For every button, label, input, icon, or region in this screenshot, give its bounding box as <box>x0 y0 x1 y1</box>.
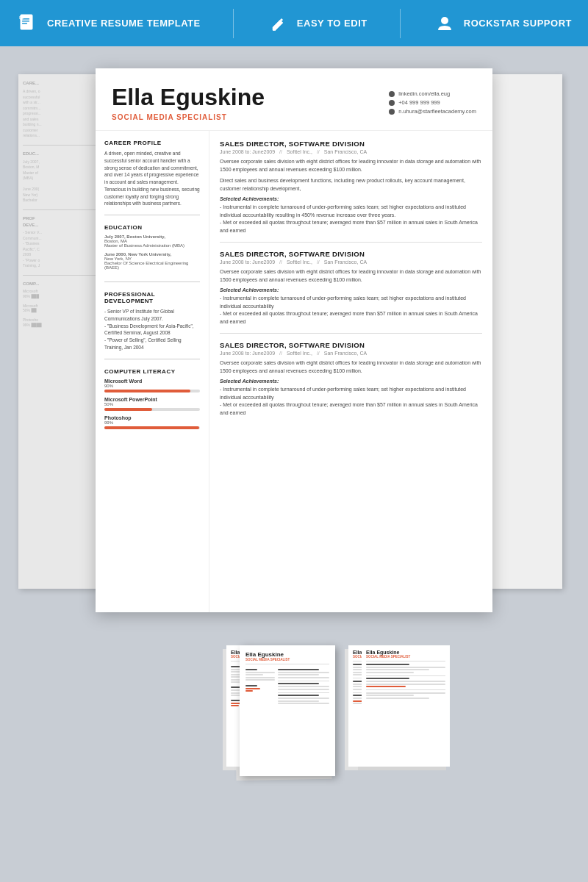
email-text: n.uhura@starfleetacademy.com <box>398 108 476 115</box>
career-profile-text: A driven, open minded, creative and succ… <box>104 150 200 207</box>
job-section-3: SALES DIRECTOR, SOFTWARE DIVISION June 2… <box>220 341 482 424</box>
banner-label-1: CREATIVE RESUME TEMPLATE <box>47 18 201 29</box>
thumb-2: Ella Eguskine SOCIAL MEDIA SPECIALIST <box>240 645 335 776</box>
email-icon <box>389 109 395 115</box>
education-title: EDUCATION <box>104 224 200 231</box>
job1-title: SALES DIRECTOR, SOFTWARE DIVISION <box>220 140 482 148</box>
banner-label-2: EASY TO EDIT <box>297 18 368 29</box>
resume-header: Ella Eguskine SOCIAL MEDIA SPECIALIST li… <box>96 68 492 131</box>
resume-name: Ella Eguskine <box>112 85 265 110</box>
skill-ppt-bar-bg <box>104 408 200 411</box>
job-section-1: SALES DIRECTOR, SOFTWARE DIVISION June 2… <box>220 140 482 243</box>
skill-photoshop-bar-fill <box>104 426 199 429</box>
job3-ach-text: - Instrumental in complete turnaround of… <box>220 386 482 417</box>
comp-literacy-title: COMPUTER LITERACY <box>104 368 200 375</box>
job1-desc1: Oversee corporate sales division with ei… <box>220 158 482 173</box>
banner-item-1: CREATIVE RESUME TEMPLATE <box>16 12 201 35</box>
skill-word-bar-fill <box>104 390 190 392</box>
job2-location: San Francisco, CA <box>324 259 367 265</box>
svg-point-5 <box>441 17 448 24</box>
job3-title: SALES DIRECTOR, SOFTWARE DIVISION <box>220 341 482 349</box>
resume-right-column: SALES DIRECTOR, SOFTWARE DIVISION June 2… <box>209 131 492 612</box>
job-section-2: SALES DIRECTOR, SOFTWARE DIVISION June 2… <box>220 250 482 334</box>
job2-date: June 2008 to: June2009 <box>220 259 275 265</box>
resume-title: SOCIAL MEDIA SPECIALIST <box>112 113 265 121</box>
edu-degree-2: Bachelor Of Science Electrical Engineeri… <box>104 261 200 270</box>
preview-thumbnails: Ella Eguskine SOCIAL MEDIA SPECIALIST <box>212 645 376 776</box>
contact-linkedin: linkedin.com/ella.eug <box>389 90 476 97</box>
support-icon <box>433 12 456 35</box>
skill-ppt: Microsoft PowerPoint 50% <box>104 397 200 411</box>
prof-dev-text: - Senior VP of Institute for Global Comm… <box>104 308 200 351</box>
job3-company: Softtel Inc., <box>287 351 312 356</box>
banner-divider-2 <box>400 9 401 38</box>
contact-phone: +04 999 999 999 <box>389 99 476 106</box>
skill-photoshop-name: Photoshop <box>104 415 200 420</box>
job3-meta: June 2008 to: June2009 // Softtel Inc., … <box>220 351 482 356</box>
resume-contact: linkedin.com/ella.eug +04 999 999 999 n.… <box>389 90 476 115</box>
prof-dev-title: PROFESSIONAL DEVELOPMENT <box>104 291 200 304</box>
phone-icon <box>389 100 395 106</box>
job1-meta: June 2008 to: June2009 // Softtel Inc., … <box>220 149 482 154</box>
edu-entry-2: June 2000, New York University, New York… <box>104 252 200 270</box>
resume-left-column: CAREER PROFILE A driven, open minded, cr… <box>96 131 209 612</box>
banner-divider-1 <box>233 9 234 38</box>
skill-ppt-bar-fill <box>104 408 152 411</box>
skill-ppt-name: Microsoft PowerPoint <box>104 397 200 402</box>
job1-date: June 2008 to: June2009 <box>220 149 275 154</box>
contact-email: n.uhura@starfleetacademy.com <box>389 108 476 115</box>
banner-label-3: ROCKSTAR SUPPORT <box>464 18 572 29</box>
career-profile-title: CAREER PROFILE <box>104 140 200 146</box>
banner-item-2: EASY TO EDIT <box>266 12 368 35</box>
skill-photoshop-pct: 99% <box>104 420 200 425</box>
banner-item-3: ROCKSTAR SUPPORT <box>433 12 572 35</box>
comp-literacy-section: COMPUTER LITERACY Microsoft Word 90% Mic… <box>104 368 200 441</box>
education-section: EDUCATION July 2007, Boston University, … <box>104 224 200 282</box>
top-banner: CREATIVE RESUME TEMPLATE EASY TO EDIT RO… <box>0 0 588 46</box>
main-area: CARE... A driven, osuccessfulwith a str.… <box>0 46 588 882</box>
job1-location: San Francisco, CA <box>324 149 367 154</box>
skill-word-name: Microsoft Word <box>104 379 200 384</box>
edu-entry-1: July 2007, Boston University, Boston, MA… <box>104 234 200 248</box>
job1-desc2: Direct sales and business development fu… <box>220 177 482 193</box>
job2-title: SALES DIRECTOR, SOFTWARE DIVISION <box>220 250 482 258</box>
job3-date: June 2008 to: June2009 <box>220 351 275 356</box>
prof-dev-section: PROFESSIONAL DEVELOPMENT - Senior VP of … <box>104 291 200 359</box>
document-icon <box>16 12 40 35</box>
resume-body: CAREER PROFILE A driven, open minded, cr… <box>96 131 492 612</box>
skill-word: Microsoft Word 90% <box>104 379 200 392</box>
svg-rect-3 <box>22 23 27 24</box>
skill-word-pct: 90% <box>104 384 200 388</box>
job3-desc1: Oversee corporate sales division with ei… <box>220 359 482 375</box>
resume-name-section: Ella Eguskine SOCIAL MEDIA SPECIALIST <box>112 85 265 121</box>
svg-rect-2 <box>22 21 29 22</box>
thumb-4-content: Ella Eguskine SOCIAL MEDIA SPECIALIST <box>362 645 450 767</box>
job2-meta: June 2008 to: June2009 // Softtel Inc., … <box>220 259 482 265</box>
job2-desc1: Oversee corporate sales division with ei… <box>220 268 482 284</box>
job3-ach-title: Selected Achievements: <box>220 379 482 384</box>
linkedin-text: linkedin.com/ella.eug <box>398 90 450 97</box>
job1-company: Softtel Inc., <box>287 149 312 154</box>
svg-rect-0 <box>21 15 32 29</box>
skill-ppt-pct: 50% <box>104 402 200 406</box>
job2-company: Softtel Inc., <box>287 259 312 265</box>
resume-page: Ella Eguskine SOCIAL MEDIA SPECIALIST li… <box>96 68 492 612</box>
job3-location: San Francisco, CA <box>324 351 367 356</box>
phone-text: +04 999 999 999 <box>398 99 440 106</box>
job1-ach-title: Selected Achievements: <box>220 196 482 201</box>
skill-photoshop-bar-bg <box>104 426 200 429</box>
job2-ach-text: - Instrumental in complete turnaround of… <box>220 295 482 326</box>
skill-word-bar-bg <box>104 390 200 392</box>
career-profile-section: CAREER PROFILE A driven, open minded, cr… <box>104 140 200 215</box>
resume-stack: CARE... A driven, osuccessfulwith a str.… <box>44 68 544 627</box>
linkedin-icon <box>389 91 395 97</box>
thumb-4-front: Ella Eguskine SOCIAL MEDIA SPECIALIST <box>362 645 450 767</box>
skill-photoshop: Photoshop 99% <box>104 415 200 429</box>
edu-degree-1: Master of Business Administration (MBA) <box>104 243 200 248</box>
job2-ach-title: Selected Achievements: <box>220 287 482 293</box>
edit-icon <box>266 12 290 35</box>
job1-ach-text: - Instrumental in complete turnaround of… <box>220 204 482 234</box>
